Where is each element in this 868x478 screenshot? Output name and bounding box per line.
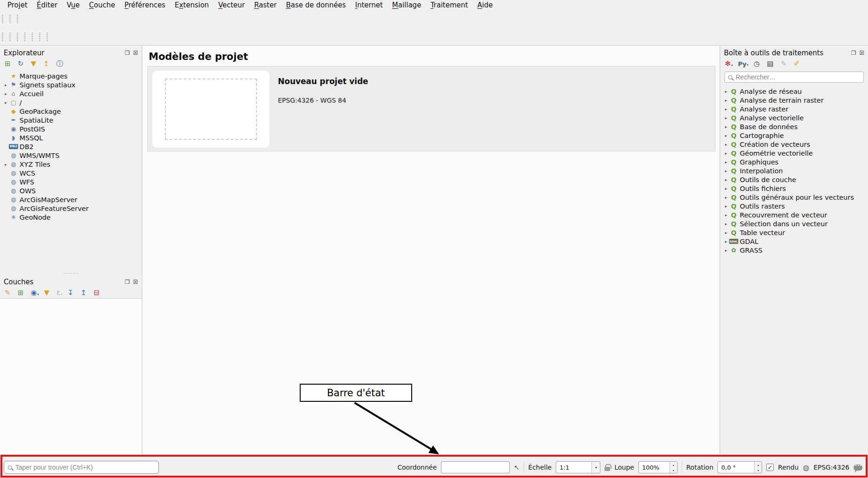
template-card[interactable]	[152, 71, 270, 148]
processing-group-outils-de-couche[interactable]: ▸ Q Outils de couche	[723, 175, 868, 184]
scale-combobox[interactable]: 1:1 ▾	[556, 461, 600, 473]
expander-icon[interactable]: ▸	[723, 222, 729, 226]
extents-toggle-icon[interactable]: ↖	[514, 464, 519, 471]
processing-group-selection-dans-un-vecteur[interactable]: ▸ Q Sélection dans un vecteur	[723, 219, 868, 228]
crs-status[interactable]: EPSG:4326	[814, 464, 849, 471]
expander-icon[interactable]: ▸	[723, 186, 729, 191]
dropdown-arrow-icon[interactable]: ▾	[592, 462, 600, 473]
spin-up-icon[interactable]: ▴	[755, 462, 762, 467]
spin-up-icon[interactable]: ▴	[670, 462, 677, 467]
browser-item-geonode[interactable]: ▸ ✳ GeoNode	[3, 213, 142, 222]
browser-item-wcs[interactable]: ▸ ◍ WCS	[3, 169, 142, 177]
float-panel-icon[interactable]: ❐	[125, 50, 130, 56]
processing-options-button[interactable]: ✐ ▾	[794, 60, 802, 67]
expander-icon[interactable]: ▸	[723, 239, 729, 244]
close-panel-icon[interactable]: ☒	[859, 50, 864, 56]
locator-search[interactable]	[4, 461, 159, 474]
render-checkbox[interactable]: ✓	[766, 464, 774, 471]
processing-models-button[interactable]: ✻ ▾	[725, 60, 733, 67]
filter-browser-button[interactable]: ▼ ▾	[31, 60, 38, 67]
expander-icon[interactable]: ▸	[723, 195, 729, 200]
menu-couche[interactable]: Couche	[85, 0, 120, 10]
processing-group-recouvrement-de-vecteur[interactable]: ▸ Q Recouvrement de vecteur	[723, 210, 868, 219]
processing-search-input[interactable]	[736, 73, 860, 81]
expander-icon[interactable]: ▸	[723, 213, 729, 217]
spin-arrows[interactable]: ▴ ▾	[670, 462, 677, 473]
expander-icon[interactable]: ▸	[723, 169, 729, 173]
browser-item-postgis[interactable]: ▸ ◉ PostGIS	[3, 124, 142, 133]
add-group-button[interactable]: ⊞ ▾	[18, 289, 26, 296]
processing-history-button[interactable]: ◷ ▾	[754, 60, 762, 67]
expander-icon[interactable]: ▸	[723, 160, 729, 164]
processing-group-outils-rasters[interactable]: ▸ Q Outils rasters	[723, 202, 868, 210]
menu-projet[interactable]: Projet	[3, 0, 32, 10]
browser-item-arcgismapserver[interactable]: ▸ ◍ ArcGisMapServer	[3, 195, 142, 204]
coordinate-input[interactable]	[441, 461, 510, 473]
expander-icon[interactable]: ▸	[3, 162, 9, 167]
processing-group-base-de-donnees[interactable]: ▸ Q Base de données	[723, 122, 868, 131]
menu-editer[interactable]: Éditer	[32, 0, 62, 10]
processing-group-analyse-reseau[interactable]: ▸ Q Analyse de réseau	[723, 87, 868, 96]
refresh-browser-button[interactable]: ↻ ▾	[18, 60, 26, 67]
processing-group-grass[interactable]: ▸ ✿ GRASS	[723, 246, 868, 255]
spin-down-icon[interactable]: ▾	[670, 467, 677, 473]
browser-item-geopackage[interactable]: ▸ ◆ GeoPackage	[3, 107, 142, 116]
magnifier-spinbox[interactable]: 100% ▴ ▾	[638, 461, 677, 473]
browser-item-root[interactable]: ▸ ▢ /	[3, 98, 142, 107]
close-panel-icon[interactable]: ☒	[133, 50, 138, 56]
filter-by-expression-button[interactable]: ε ▾	[57, 289, 63, 296]
menu-maillage[interactable]: Maillage	[388, 0, 426, 10]
processing-group-creation-de-vecteurs[interactable]: ▸ Q Création de vecteurs	[723, 140, 868, 149]
browser-item-accueil[interactable]: ▸ ⌂ Accueil	[3, 89, 142, 98]
processing-group-graphiques[interactable]: ▸ Q Graphiques	[723, 157, 868, 166]
expander-icon[interactable]: ▸	[723, 116, 729, 120]
collapse-all-button[interactable]: ↥ ▾	[43, 60, 51, 67]
browser-item-xyz-tiles[interactable]: ▸ ◍ XYZ Tiles	[3, 160, 142, 169]
processing-group-outils-generaux[interactable]: ▸ Q Outils généraux pour les vecteurs	[723, 193, 868, 202]
filter-legend-button[interactable]: ▼ ▾	[44, 289, 52, 296]
browser-item-ows[interactable]: ▸ ◍ OWS	[3, 186, 142, 195]
browser-item-spatialite[interactable]: ▸ ✒ SpatiaLite	[3, 116, 142, 124]
expander-icon[interactable]: ▸	[723, 248, 729, 253]
add-selected-layers-button[interactable]: ⊞ ▾	[5, 60, 13, 67]
processing-group-analyse-raster[interactable]: ▸ Q Analyse raster	[723, 105, 868, 113]
expander-icon[interactable]: ▸	[723, 133, 729, 138]
processing-group-analyse-vectorielle[interactable]: ▸ Q Analyse vectorielle	[723, 113, 868, 122]
messages-icon[interactable]	[854, 465, 862, 471]
expander-icon[interactable]: ▸	[723, 204, 729, 209]
processing-group-cartographie[interactable]: ▸ Q Cartographie	[723, 131, 868, 140]
processing-group-geometrie-vectorielle[interactable]: ▸ Q Géométrie vectorielle	[723, 149, 868, 157]
spin-down-icon[interactable]: ▾	[755, 467, 762, 473]
menu-raster[interactable]: Raster	[250, 0, 281, 10]
processing-group-analyse-terrain-raster[interactable]: ▸ Q Analyse de terrain raster	[723, 96, 868, 105]
processing-scripts-button[interactable]: Py ▾	[738, 61, 749, 67]
processing-group-outils-fichiers[interactable]: ▸ Q Outils fichiers	[723, 184, 868, 193]
crs-globe-icon[interactable]: ◍	[803, 463, 809, 472]
expander-icon[interactable]: ▸	[723, 151, 729, 156]
panel-splitter[interactable]	[0, 272, 142, 275]
template-list-row[interactable]: Nouveau projet vide EPSG:4326 - WGS 84	[147, 66, 716, 151]
browser-item-mssql[interactable]: ▸ ◗ MSSQL	[3, 133, 142, 142]
expander-icon[interactable]: ▸	[723, 98, 729, 103]
menu-internet[interactable]: Internet	[350, 0, 388, 10]
open-layer-styling-button[interactable]: ✎ ▾	[5, 289, 13, 296]
browser-item-signets-spatiaux[interactable]: ▸ ⚑ Signets spatiaux	[3, 80, 142, 89]
float-panel-icon[interactable]: ❐	[851, 50, 856, 56]
close-panel-icon[interactable]: ☒	[133, 279, 138, 285]
rotation-spinbox[interactable]: 0,0 ° ▴ ▾	[717, 461, 762, 473]
expander-icon[interactable]: ▸	[723, 230, 729, 235]
spin-arrows[interactable]: ▴ ▾	[754, 462, 762, 473]
browser-item-arcgisfeatureserver[interactable]: ▸ ◍ ArcGisFeatureServer	[3, 204, 142, 213]
processing-results-viewer-button[interactable]: ▤ ▾	[767, 60, 776, 67]
browser-item-db2[interactable]: ▸ DB2 DB2	[3, 142, 142, 151]
expander-icon[interactable]: ▸	[723, 124, 729, 129]
browser-item-marque-pages[interactable]: ▸ ★ Marque-pages	[3, 72, 142, 80]
menu-vecteur[interactable]: Vecteur	[214, 0, 250, 10]
lock-scale-icon[interactable]	[605, 467, 610, 471]
expander-icon[interactable]: ▸	[723, 89, 729, 94]
expander-icon[interactable]: ▸	[723, 177, 729, 182]
remove-layer-button[interactable]: ⊟ ▾	[94, 289, 102, 296]
expander-icon[interactable]: ▸	[723, 107, 729, 111]
expand-all-layers-button[interactable]: ↧ ▾	[67, 289, 75, 296]
collapse-all-layers-button[interactable]: ↥ ▾	[81, 289, 89, 296]
